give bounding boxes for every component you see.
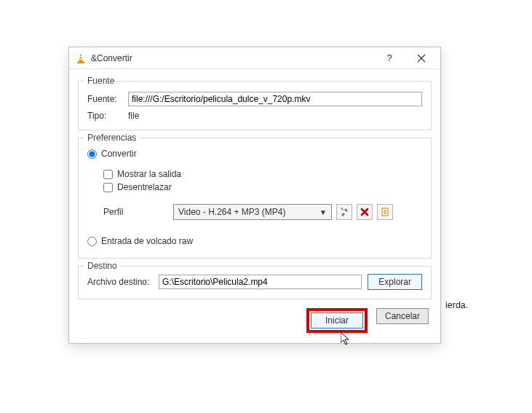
checkbox-deinterlace[interactable]: Desentrelazar [103, 182, 422, 192]
type-value: file [128, 111, 139, 121]
checkbox-deinterlace-input[interactable] [103, 183, 113, 192]
new-profile-button[interactable] [377, 204, 393, 220]
radio-raw-dump-input[interactable] [87, 237, 97, 246]
checkbox-show-output-label: Mostrar la salida [117, 169, 181, 179]
radio-convert-input[interactable] [87, 149, 97, 159]
profile-label: Perfil [103, 207, 169, 217]
new-profile-icon [380, 207, 390, 217]
svg-rect-3 [77, 62, 84, 63]
close-button[interactable] [405, 47, 437, 69]
svg-marker-0 [79, 53, 83, 62]
radio-convert[interactable]: Convertir [87, 149, 422, 159]
destination-group: Destino Archivo destino: Explorar [78, 266, 432, 299]
delete-profile-button[interactable] [357, 204, 373, 220]
tools-icon [339, 207, 349, 217]
source-input[interactable] [128, 92, 422, 106]
help-button[interactable]: ? [373, 47, 405, 69]
destination-input[interactable] [159, 275, 362, 289]
cancel-button[interactable]: Cancelar [376, 308, 429, 324]
svg-rect-1 [79, 56, 82, 57]
edit-profile-button[interactable] [336, 204, 352, 220]
source-group-label: Fuente [84, 76, 117, 86]
checkbox-show-output-input[interactable] [103, 170, 113, 179]
vlc-cone-icon [75, 52, 87, 64]
dialog-footer: Iniciar Cancelar [78, 299, 432, 334]
svg-rect-4 [341, 208, 344, 211]
start-button-highlight: Iniciar [306, 308, 368, 333]
radio-raw-dump[interactable]: Entrada de volcado raw [87, 236, 422, 246]
preferences-group-label: Preferencias [84, 133, 139, 143]
destination-label: Archivo destino: [87, 277, 153, 287]
type-label: Tipo: [87, 111, 128, 121]
profile-combobox[interactable]: Video - H.264 + MP3 (MP4) ▼ [173, 204, 332, 220]
chevron-down-icon: ▼ [318, 208, 328, 216]
source-label: Fuente: [87, 94, 128, 104]
checkbox-deinterlace-label: Desentrelazar [117, 182, 172, 192]
window-title: &Convertir [91, 53, 132, 63]
titlebar: &Convertir ? [69, 47, 440, 69]
source-group: Fuente Fuente: Tipo: file [78, 81, 432, 130]
browse-button[interactable]: Explorar [368, 274, 422, 290]
radio-convert-label: Convertir [101, 149, 137, 159]
start-button[interactable]: Iniciar [311, 312, 363, 329]
svg-rect-2 [79, 58, 83, 59]
checkbox-show-output[interactable]: Mostrar la salida [103, 169, 422, 179]
convert-dialog: &Convertir ? Fuente Fuente: Tipo: file P… [68, 47, 441, 344]
background-text-fragment: ierda. [445, 300, 468, 310]
profile-value: Video - H.264 + MP3 (MP4) [178, 207, 286, 217]
destination-group-label: Destino [84, 261, 120, 271]
radio-raw-dump-label: Entrada de volcado raw [101, 236, 193, 246]
preferences-group: Preferencias Convertir Mostrar la salida… [78, 138, 432, 259]
delete-icon [360, 207, 370, 217]
